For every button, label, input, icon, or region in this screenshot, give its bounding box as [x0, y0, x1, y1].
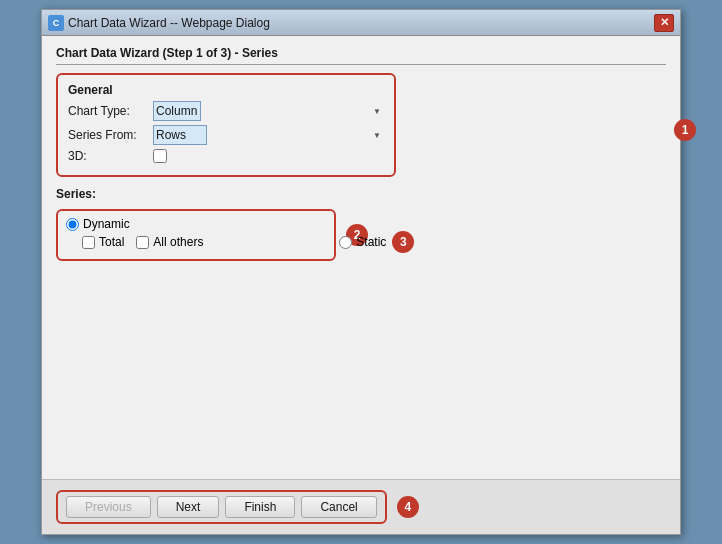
title-bar: C Chart Data Wizard -- Webpage Dialog ✕	[42, 10, 680, 36]
badge-3: 3	[392, 231, 414, 253]
general-section: General Chart Type: Column Bar Line Pie …	[56, 73, 396, 177]
static-radio[interactable]	[339, 236, 352, 249]
all-others-label: All others	[153, 235, 203, 249]
three-d-row: 3D:	[68, 149, 384, 163]
badge-4: 4	[397, 496, 419, 518]
dynamic-label: Dynamic	[83, 217, 130, 231]
chart-type-select[interactable]: Column Bar Line Pie Area	[153, 101, 201, 121]
series-from-select-wrapper: Rows Columns	[153, 125, 384, 145]
series-group: Dynamic Total All others	[56, 209, 336, 261]
button-group: Previous Next Finish Cancel	[56, 490, 387, 524]
content-area	[56, 269, 666, 469]
general-wrapper: General Chart Type: Column Bar Line Pie …	[56, 73, 666, 187]
footer: Previous Next Finish Cancel 4	[42, 479, 680, 534]
dialog-window: C Chart Data Wizard -- Webpage Dialog ✕ …	[41, 9, 681, 535]
static-label: Static	[356, 235, 386, 249]
total-checkbox[interactable]	[82, 236, 95, 249]
close-button[interactable]: ✕	[654, 14, 674, 32]
series-from-row: Series From: Rows Columns	[68, 125, 384, 145]
next-button[interactable]: Next	[157, 496, 220, 518]
general-label: General	[68, 83, 384, 97]
series-section: Series: Dynamic Total All others 2	[56, 187, 666, 261]
three-d-checkbox[interactable]	[153, 149, 167, 163]
cancel-button[interactable]: Cancel	[301, 496, 376, 518]
series-from-label: Series From:	[68, 128, 153, 142]
window-title: Chart Data Wizard -- Webpage Dialog	[68, 16, 270, 30]
wizard-title: Chart Data Wizard (Step 1 of 3) - Series	[56, 46, 666, 65]
chart-type-row: Chart Type: Column Bar Line Pie Area	[68, 101, 384, 121]
total-label: Total	[99, 235, 124, 249]
dynamic-row: Dynamic	[66, 217, 326, 231]
finish-button[interactable]: Finish	[225, 496, 295, 518]
series-wrapper: Dynamic Total All others 2	[56, 209, 336, 261]
dynamic-radio[interactable]	[66, 218, 79, 231]
series-from-select[interactable]: Rows Columns	[153, 125, 207, 145]
total-row: Total All others	[82, 235, 326, 249]
chart-type-select-wrapper: Column Bar Line Pie Area	[153, 101, 384, 121]
chart-type-label: Chart Type:	[68, 104, 153, 118]
badge-1: 1	[674, 119, 696, 141]
series-label: Series:	[56, 187, 666, 201]
all-others-checkbox[interactable]	[136, 236, 149, 249]
three-d-label: 3D:	[68, 149, 153, 163]
static-row: Static 3	[339, 231, 414, 253]
footer-button-area: Previous Next Finish Cancel 4	[56, 490, 419, 524]
dialog-content: Chart Data Wizard (Step 1 of 3) - Series…	[42, 36, 680, 479]
previous-button[interactable]: Previous	[66, 496, 151, 518]
title-bar-left: C Chart Data Wizard -- Webpage Dialog	[48, 15, 270, 31]
dialog-icon: C	[48, 15, 64, 31]
